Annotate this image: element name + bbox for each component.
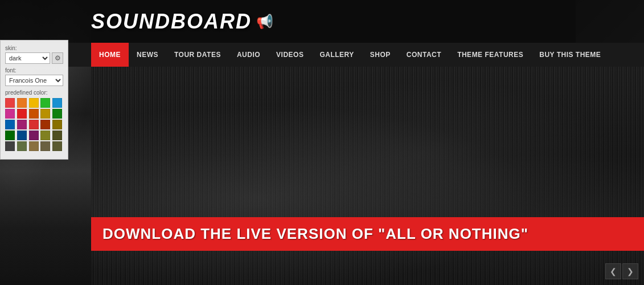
color-swatch-13[interactable]: [40, 120, 50, 129]
color-swatch-4[interactable]: [52, 98, 62, 108]
color-swatch-18[interactable]: [40, 131, 50, 140]
color-swatch-16[interactable]: [17, 131, 27, 140]
font-label: font:: [5, 67, 63, 74]
font-select-wrap: Francois One Arial Impact: [5, 75, 63, 86]
logo-text: SOUNDBOARD: [91, 10, 252, 34]
download-text: DOWNLOAD THE LIVE VERSION OF "ALL OR NOT…: [102, 225, 528, 242]
equipment-overlay: [91, 67, 644, 285]
skin-row: skin: dark light ⚙: [5, 45, 63, 64]
color-swatch-5[interactable]: [5, 109, 15, 119]
nav-item-gallery[interactable]: GALLERY: [311, 43, 362, 67]
prev-arrow[interactable]: ❮: [605, 263, 621, 279]
color-swatch-0[interactable]: [5, 98, 15, 108]
navigation: HOMENEWSTOUR DATESAUDIOVIDEOSGALLERYSHOP…: [0, 43, 644, 67]
color-swatch-3[interactable]: [40, 98, 50, 108]
color-grid: [5, 98, 63, 151]
color-swatch-19[interactable]: [52, 131, 62, 140]
color-swatch-9[interactable]: [52, 109, 62, 119]
color-swatch-23[interactable]: [40, 141, 50, 151]
hero-content: DOWNLOAD THE LIVE VERSION OF "ALL OR NOT…: [91, 67, 644, 285]
font-select[interactable]: Francois One Arial Impact: [5, 75, 63, 86]
color-swatch-10[interactable]: [5, 120, 15, 129]
skin-select-wrap: dark light ⚙: [5, 52, 63, 64]
color-swatch-22[interactable]: [29, 141, 39, 151]
color-swatch-11[interactable]: [17, 120, 27, 129]
font-row: font: Francois One Arial Impact: [5, 67, 63, 86]
nav-item-contact[interactable]: CONTACT: [399, 43, 449, 67]
color-swatch-1[interactable]: [17, 98, 27, 108]
color-swatch-15[interactable]: [5, 131, 15, 140]
nav-item-videos[interactable]: VIDEOS: [268, 43, 311, 67]
color-swatch-2[interactable]: [29, 98, 39, 108]
logo-area: SOUNDBOARD 📢: [91, 10, 273, 34]
skin-select[interactable]: dark light: [5, 52, 50, 64]
color-swatch-14[interactable]: [52, 120, 62, 129]
color-row: predefined color:: [5, 89, 63, 151]
color-swatch-8[interactable]: [40, 109, 50, 119]
color-label: predefined color:: [5, 89, 63, 96]
logo-icon: 📢: [256, 14, 273, 30]
color-swatch-17[interactable]: [29, 131, 39, 140]
slideshow-arrows[interactable]: ❮ ❯: [605, 263, 638, 279]
nav-item-tour-dates[interactable]: TOUR DATES: [166, 43, 229, 67]
top-bar: SOUNDBOARD 📢: [0, 0, 644, 43]
next-arrow[interactable]: ❯: [622, 263, 638, 279]
nav-item-home[interactable]: HOME: [91, 43, 129, 67]
nav-item-shop[interactable]: SHOP: [362, 43, 399, 67]
nav-item-news[interactable]: NEWS: [129, 43, 166, 67]
download-banner[interactable]: DOWNLOAD THE LIVE VERSION OF "ALL OR NOT…: [91, 217, 644, 251]
color-swatch-24[interactable]: [52, 141, 62, 151]
settings-panel: skin: dark light ⚙ font: Francois One Ar…: [0, 40, 68, 160]
color-swatch-12[interactable]: [29, 120, 39, 129]
color-swatch-21[interactable]: [17, 141, 27, 151]
gear-button[interactable]: ⚙: [52, 52, 63, 64]
color-swatch-20[interactable]: [5, 141, 15, 151]
color-swatch-6[interactable]: [17, 109, 27, 119]
color-swatch-7[interactable]: [29, 109, 39, 119]
nav-item-buy-this-theme[interactable]: BUY THIS THEME: [531, 43, 609, 67]
nav-item-audio[interactable]: AUDIO: [229, 43, 268, 67]
skin-label: skin:: [5, 45, 63, 51]
nav-item-theme-features[interactable]: THEME FEATURES: [449, 43, 531, 67]
